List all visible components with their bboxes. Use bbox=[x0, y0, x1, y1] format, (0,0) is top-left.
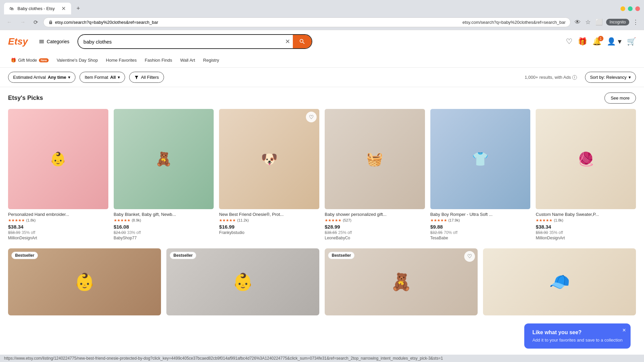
eye-slash-icon[interactable]: 👁 bbox=[573, 17, 582, 27]
notifications-icon[interactable]: 🔔 1 bbox=[592, 37, 601, 46]
account-icon[interactable]: 👤 ▾ bbox=[607, 37, 622, 46]
product-price: $38.34 bbox=[8, 224, 108, 230]
search-submit-button[interactable] bbox=[293, 35, 312, 48]
stars: ★★★★★ bbox=[430, 218, 447, 223]
nav-fashion-finds[interactable]: Fashion Finds bbox=[142, 56, 175, 64]
filter-icon bbox=[134, 75, 139, 80]
bestseller-grid: Bestseller 👶 Bestseller 👶 Bestseller ♡ 🧸… bbox=[8, 248, 636, 315]
product-name: Baby shower personalized gift... bbox=[325, 212, 425, 217]
section-header: Etsy's Picks See more bbox=[8, 93, 636, 104]
shop-name: MillionDesignArt bbox=[8, 236, 108, 240]
bestseller-card[interactable]: Bestseller ♡ 🧸 bbox=[325, 248, 478, 315]
original-price: $58.90 bbox=[536, 230, 548, 235]
lock-icon bbox=[48, 20, 53, 24]
more-options-button[interactable]: ⋮ bbox=[631, 17, 640, 27]
product-image-placeholder: 🧺 bbox=[325, 109, 425, 209]
search-bar[interactable]: ✕ bbox=[77, 34, 312, 49]
new-badge: New bbox=[39, 58, 49, 62]
product-image-placeholder: 👕 bbox=[430, 109, 531, 209]
browser-tab[interactable]: 🛍 Baby clothes - Etsy ✕ bbox=[4, 3, 71, 14]
product-image: 🐶 ♡ bbox=[219, 109, 319, 209]
product-card[interactable]: 👕 Baby Boy Romper - Ultra Soft ... ★★★★★… bbox=[430, 109, 531, 240]
review-count: (17.9k) bbox=[448, 218, 460, 222]
browser-toolbar-icons: 👁 ☆ ⬜ Incognito ⋮ bbox=[573, 17, 640, 27]
new-tab-button[interactable]: + bbox=[72, 3, 84, 14]
bestseller-card[interactable]: 🧢 bbox=[483, 248, 636, 315]
product-name: Custom Name Baby Sweater,P... bbox=[536, 212, 636, 217]
address-input[interactable] bbox=[55, 20, 461, 25]
item-format-filter[interactable]: Item Format All ▾ bbox=[79, 72, 125, 83]
search-icon bbox=[299, 38, 306, 45]
stars: ★★★★★ bbox=[219, 218, 236, 223]
etsy-logo[interactable]: etsy bbox=[8, 36, 28, 47]
see-more-button[interactable]: See more bbox=[604, 93, 636, 104]
info-icon[interactable]: i bbox=[572, 75, 577, 80]
window-controls bbox=[621, 6, 640, 11]
forward-button[interactable]: → bbox=[17, 18, 28, 26]
discount: 33% off bbox=[127, 230, 141, 235]
close-button[interactable] bbox=[635, 6, 640, 11]
gift-icon: 🎁 bbox=[11, 58, 16, 63]
original-price: $58.99 bbox=[8, 230, 20, 235]
categories-button[interactable]: Categories bbox=[36, 37, 72, 47]
browser-title-bar: 🛍 Baby clothes - Etsy ✕ + bbox=[0, 0, 644, 14]
favorite-button[interactable]: ♡ bbox=[306, 112, 317, 122]
browser-toolbar: ← → ⟳ etsy.com/search?q=baby%20clothes&r… bbox=[0, 14, 644, 30]
product-image-placeholder: 👶 bbox=[8, 109, 108, 209]
notification-badge: 1 bbox=[598, 36, 603, 41]
minimize-button[interactable] bbox=[621, 6, 625, 11]
product-name: Personalized Hand embroider... bbox=[8, 212, 108, 217]
review-count: (1.8k) bbox=[26, 218, 36, 222]
shop-name: TesaBabe bbox=[430, 236, 531, 240]
address-bar[interactable]: etsy.com/search?q=baby%20clothes&ref=sea… bbox=[43, 17, 571, 27]
product-image-placeholder: 🧸 bbox=[114, 109, 214, 209]
bestseller-card[interactable]: Bestseller 👶 bbox=[8, 248, 161, 315]
etsy-header: etsy Categories ✕ ♡ 🎁 🔔 1 👤 ▾ 🛒 🎁 Gift bbox=[0, 30, 644, 68]
nav-wall-art[interactable]: Wall Art bbox=[177, 56, 198, 64]
all-filters-button[interactable]: All Filters bbox=[129, 72, 164, 83]
product-card[interactable]: 🧺 Baby shower personalized gift... ★★★★★… bbox=[325, 109, 425, 240]
favorites-icon[interactable]: ♡ bbox=[566, 37, 573, 46]
gift-card-icon[interactable]: 🎁 bbox=[578, 37, 587, 46]
results-count: 1,000+ results, with Ads bbox=[525, 75, 571, 80]
discount: 35% off bbox=[549, 230, 563, 235]
search-input[interactable] bbox=[78, 36, 282, 48]
product-name: Baby Blanket, Baby gift, Newb... bbox=[114, 212, 214, 217]
bestseller-image: 🧢 bbox=[483, 248, 636, 315]
reload-button[interactable]: ⟳ bbox=[31, 18, 41, 27]
incognito-badge: Incognito bbox=[606, 19, 629, 25]
price-details: $58.90 35% off bbox=[536, 230, 636, 235]
main-content: Etsy's Picks See more 👶 Personalized Han… bbox=[0, 87, 644, 321]
bookmark-icon[interactable]: ☆ bbox=[584, 17, 592, 27]
nav-valentines[interactable]: Valentine's Day Shop bbox=[54, 56, 101, 64]
item-format-value: All bbox=[110, 75, 116, 80]
discount: 25% off bbox=[338, 230, 352, 235]
price-details: $24.00 33% off bbox=[114, 230, 214, 235]
products-grid: 👶 Personalized Hand embroider... ★★★★★ (… bbox=[8, 109, 636, 240]
product-card[interactable]: 🧸 Baby Blanket, Baby gift, Newb... ★★★★★… bbox=[114, 109, 214, 240]
bestseller-card[interactable]: Bestseller 👶 bbox=[166, 248, 319, 315]
search-clear-button[interactable]: ✕ bbox=[282, 38, 293, 45]
address-text: etsy.com/search?q=baby%20clothes&ref=sea… bbox=[463, 20, 566, 25]
extension-icon[interactable]: ⬜ bbox=[594, 17, 604, 27]
bestseller-badge: Bestseller bbox=[11, 252, 38, 259]
nav-home-favorites[interactable]: Home Favorites bbox=[103, 56, 140, 64]
back-button[interactable]: ← bbox=[4, 18, 15, 26]
all-filters-label: All Filters bbox=[141, 75, 159, 80]
etsy-top-bar: etsy Categories ✕ ♡ 🎁 🔔 1 👤 ▾ 🛒 bbox=[8, 30, 636, 53]
nav-gift-mode[interactable]: 🎁 Gift Mode New bbox=[8, 56, 51, 64]
maximize-button[interactable] bbox=[628, 6, 633, 11]
hamburger-icon bbox=[39, 39, 45, 45]
estimated-arrival-filter[interactable]: Estimated Arrival Any time ▾ bbox=[8, 72, 75, 83]
cart-icon[interactable]: 🛒 bbox=[627, 37, 636, 46]
tab-close-button[interactable]: ✕ bbox=[61, 5, 66, 12]
favorite-button[interactable]: ♡ bbox=[464, 251, 475, 262]
sort-button[interactable]: Sort by: Relevancy ▾ bbox=[585, 72, 636, 83]
review-count: (527) bbox=[343, 218, 352, 222]
estimated-arrival-value: Any time bbox=[48, 75, 66, 80]
product-card[interactable]: 🐶 ♡ New Best Friend Onesie®, Prot... ★★★… bbox=[219, 109, 319, 240]
product-card[interactable]: 👶 Personalized Hand embroider... ★★★★★ (… bbox=[8, 109, 108, 240]
bestseller-badge: Bestseller bbox=[170, 252, 196, 259]
product-card[interactable]: 🧶 Custom Name Baby Sweater,P... ★★★★★ (1… bbox=[536, 109, 636, 240]
nav-registry[interactable]: Registry bbox=[201, 56, 222, 64]
